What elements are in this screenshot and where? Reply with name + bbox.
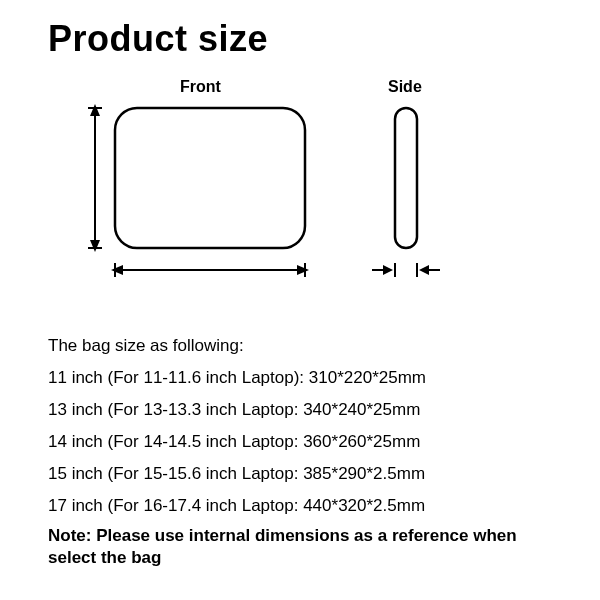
width-dimension-arrow-icon [111,263,309,277]
size-list-item: 11 inch (For 11-11.6 inch Laptop): 310*2… [48,362,426,394]
front-view-label: Front [180,78,221,96]
note-text: Note: Please use internal dimensions as … [48,525,548,569]
size-list-item: 17 inch (For 16-17.4 inch Laptop: 440*32… [48,490,426,522]
svg-marker-6 [111,265,123,275]
size-list: The bag size as following: 11 inch (For … [48,330,426,522]
svg-marker-7 [297,265,309,275]
side-view-shape [395,108,417,248]
height-dimension-arrow-icon [88,104,102,252]
front-view-shape [115,108,305,248]
svg-marker-11 [383,265,393,275]
svg-marker-2 [90,240,100,252]
side-view-label: Side [388,78,422,96]
size-list-item: 14 inch (For 14-14.5 inch Laptop: 360*26… [48,426,426,458]
thickness-dimension-arrow-icon [372,263,440,277]
diagram-svg [0,78,600,308]
dimension-diagram: Front Side [0,78,600,308]
size-list-header: The bag size as following: [48,330,426,362]
svg-marker-13 [419,265,429,275]
page-title: Product size [48,18,268,60]
size-list-item: 13 inch (For 13-13.3 inch Laptop: 340*24… [48,394,426,426]
size-list-item: 15 inch (For 15-15.6 inch Laptop: 385*29… [48,458,426,490]
svg-marker-1 [90,104,100,116]
